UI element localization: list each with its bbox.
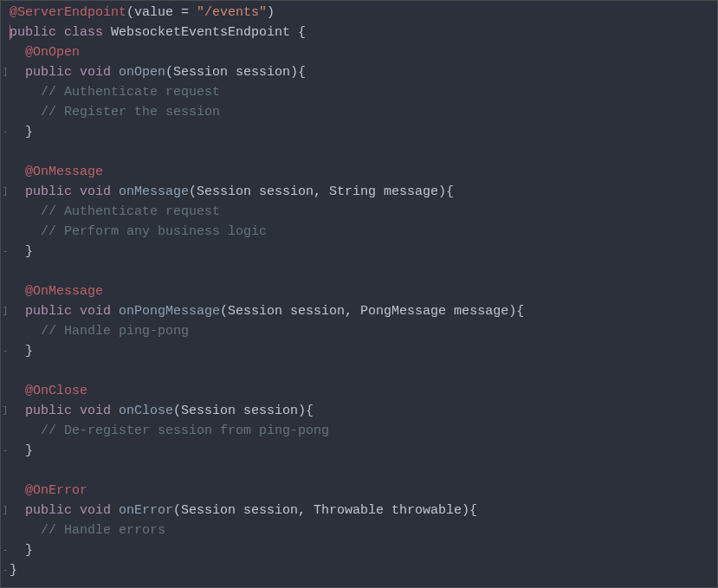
code-line[interactable]: public void onPongMessage(Session sessio… [10,301,715,321]
code-line[interactable]: public void onClose(Session session){ [10,401,715,421]
code-line[interactable] [10,361,715,381]
fold-marker [1,142,10,162]
editor-code-area[interactable]: @ServerEndpoint(value = "/events")public… [10,1,717,587]
code-line[interactable]: // Authenticate request [10,202,715,222]
fold-marker: - [1,540,10,560]
code-token: // Authenticate request [10,204,220,219]
code-line[interactable] [10,461,715,481]
code-line[interactable] [10,142,715,162]
code-token: // Handle ping-pong [10,324,189,339]
fold-marker: ] [1,301,10,321]
code-token: (Session session, PongMessage message){ [220,304,524,319]
editor-gutter: ]-]-]-]-]-- [1,1,10,587]
code-token: public class [10,25,111,40]
code-line[interactable]: @OnClose [10,381,715,401]
code-token [10,184,25,199]
code-token: (Session session){ [165,65,306,80]
code-line[interactable]: } [10,242,715,262]
code-line[interactable]: // Authenticate request [10,82,715,102]
code-token: "/events" [197,5,267,20]
code-token: } [10,443,33,458]
fold-marker [1,281,10,301]
code-token: public void [25,404,119,418]
code-token: WebsocketEventsEndpoint [111,25,298,40]
fold-marker: - [1,560,10,580]
code-token: onOpen [119,65,165,80]
code-line[interactable]: public void onError(Session session, Thr… [10,501,715,520]
code-line[interactable]: // De-register session from ping-pong [10,421,715,441]
fold-marker: - [1,341,10,361]
fold-marker [1,162,10,182]
code-line[interactable]: } [10,560,715,580]
code-token: @OnMessage [10,284,103,299]
code-token: public void [25,184,119,199]
code-line[interactable]: @OnError [10,481,715,501]
code-line[interactable]: @OnMessage [10,162,715,182]
code-token: // Handle errors [10,523,165,538]
code-line[interactable]: // Register the session [10,102,715,122]
code-line[interactable]: // Handle ping-pong [10,321,715,341]
code-token: // Authenticate request [10,85,220,100]
code-line[interactable]: public void onOpen(Session session){ [10,62,715,82]
code-token: @OnError [10,483,87,498]
fold-marker [1,520,10,540]
code-line[interactable]: @ServerEndpoint(value = "/events") [10,3,715,23]
code-line[interactable]: public class WebsocketEventsEndpoint { [10,23,715,42]
fold-marker [1,82,10,102]
code-token [10,304,25,319]
fold-marker [1,461,10,481]
fold-marker: ] [1,401,10,421]
fold-marker [1,361,10,381]
code-token: (Session session){ [173,404,314,418]
code-token: public void [25,65,119,80]
code-token: } [10,244,33,259]
fold-marker: - [1,242,10,262]
fold-marker [1,381,10,401]
fold-marker [1,23,10,42]
code-token: } [10,563,17,578]
code-token: } [10,543,33,558]
code-token: onClose [119,404,173,418]
code-token: { [298,25,306,40]
code-token: // De-register session from ping-pong [10,423,329,438]
code-line[interactable]: } [10,122,715,142]
fold-marker [1,202,10,222]
code-line[interactable]: @OnMessage [10,281,715,301]
code-token: onError [119,503,173,518]
code-line[interactable]: @OnOpen [10,42,715,62]
code-token: @OnOpen [10,45,80,60]
fold-marker [1,262,10,281]
fold-marker [1,102,10,122]
code-line[interactable]: // Perform any business logic [10,222,715,242]
code-token: // Perform any business logic [10,224,267,239]
fold-marker: ] [1,182,10,202]
code-line[interactable]: // Handle errors [10,520,715,540]
code-token: ) [267,5,275,20]
code-token: (Session session, Throwable throwable){ [173,503,477,518]
fold-marker: ] [1,501,10,520]
fold-marker [1,42,10,62]
code-token: // Register the session [10,105,220,120]
fold-marker: ] [1,62,10,82]
code-token: public void [25,503,119,518]
code-token [10,404,25,418]
code-line[interactable]: } [10,441,715,461]
code-token [10,503,25,518]
code-line[interactable]: public void onMessage(Session session, S… [10,182,715,202]
code-token: @OnClose [10,384,87,398]
code-token: (value = [126,5,197,20]
fold-marker: - [1,441,10,461]
code-token: (Session session, String message){ [189,184,454,199]
fold-marker [1,481,10,501]
fold-marker [1,321,10,341]
fold-marker [1,222,10,242]
code-token: onPongMessage [119,304,220,319]
code-token: @OnMessage [10,165,103,179]
code-token: @ServerEndpoint [10,5,126,20]
code-line[interactable]: } [10,540,715,560]
code-token: public void [25,304,119,319]
code-line[interactable] [10,262,715,281]
code-editor[interactable]: ]-]-]-]-]-- @ServerEndpoint(value = "/ev… [1,1,717,587]
code-token: } [10,344,33,359]
code-line[interactable]: } [10,341,715,361]
